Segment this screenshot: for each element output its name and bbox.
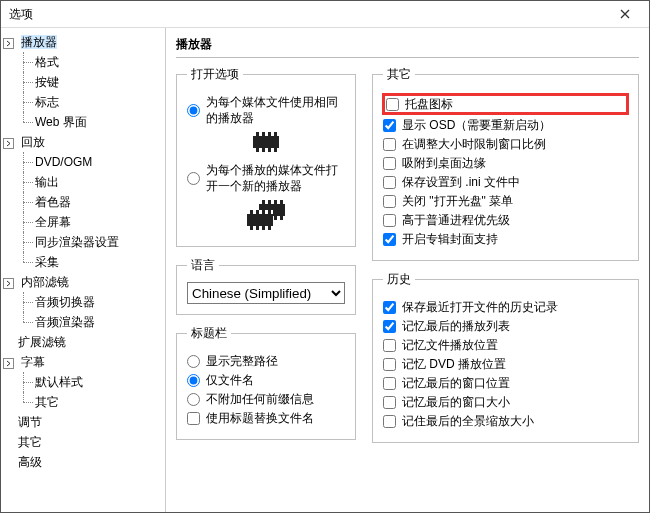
tree-player-label[interactable]: 播放器 xyxy=(21,35,57,49)
hist-panzoom-checkbox[interactable]: 记住最后的全景缩放大小 xyxy=(383,413,628,429)
tree-syncren[interactable]: 同步渲染器设置 xyxy=(35,232,163,252)
titlebar-fullpath[interactable]: 显示完整路径 xyxy=(187,353,345,369)
tree-player[interactable]: 播放器 格式 按键 标志 Web 界面 xyxy=(3,32,163,132)
close-icon xyxy=(620,7,630,21)
language-legend: 语言 xyxy=(187,257,219,274)
collapse-icon[interactable] xyxy=(3,278,14,289)
film-multi-icon xyxy=(247,200,285,230)
titlebar-legend: 标题栏 xyxy=(187,325,231,342)
open-options-legend: 打开选项 xyxy=(187,66,243,83)
tree-output[interactable]: 输出 xyxy=(35,172,163,192)
history-group: 历史 保存最近打开文件的历史记录 记忆最后的播放列表 记忆文件播放位置 记忆 D… xyxy=(372,271,639,443)
tree-playback[interactable]: 回放 DVD/OGM 输出 着色器 全屏幕 同步渲染器设置 采集 xyxy=(3,132,163,272)
collapse-icon[interactable] xyxy=(3,38,14,49)
panel-title: 播放器 xyxy=(176,36,639,58)
tree-ar[interactable]: 音频渲染器 xyxy=(35,312,163,332)
collapse-icon[interactable] xyxy=(3,358,14,369)
hist-winpos-checkbox[interactable]: 记忆最后的窗口位置 xyxy=(383,375,628,391)
tree-defstyle[interactable]: 默认样式 xyxy=(35,372,163,392)
tree-shader[interactable]: 着色器 xyxy=(35,192,163,212)
tree-extfilters-label[interactable]: 扩展滤镜 xyxy=(18,335,66,349)
settings-panel: 播放器 打开选项 为每个媒体文件使用相同的播放器 为每个播放的媒体文件打开一个新… xyxy=(166,28,649,512)
misc-autoplay-checkbox[interactable]: 关闭 "打开光盘" 菜单 xyxy=(383,193,628,209)
tree-buttons[interactable]: 按键 xyxy=(35,72,163,92)
misc-prio-checkbox[interactable]: 高于普通进程优先级 xyxy=(383,212,628,228)
window-title: 选项 xyxy=(9,6,33,23)
tree-extfilters[interactable]: 扩展滤镜 xyxy=(3,332,163,352)
category-tree: 播放器 格式 按键 标志 Web 界面 回放 xyxy=(1,28,166,512)
tree-format[interactable]: 格式 xyxy=(35,52,163,72)
misc-ini-checkbox[interactable]: 保存设置到 .ini 文件中 xyxy=(383,174,628,190)
tree-intfilters[interactable]: 内部滤镜 音频切换器 音频渲染器 xyxy=(3,272,163,332)
tree-logo[interactable]: 标志 xyxy=(35,92,163,112)
hist-recent-checkbox[interactable]: 保存最近打开文件的历史记录 xyxy=(383,299,628,315)
titlebar-titlesub[interactable]: 使用标题替换文件名 xyxy=(187,410,345,426)
open-new-radio[interactable]: 为每个播放的媒体文件打开一个新的播放器 xyxy=(187,162,345,194)
hist-filepos-checkbox[interactable]: 记忆文件播放位置 xyxy=(383,337,628,353)
titlebar-noprefix[interactable]: 不附加任何前缀信息 xyxy=(187,391,345,407)
open-new-radio-input[interactable] xyxy=(187,172,200,185)
tree-capture[interactable]: 采集 xyxy=(35,252,163,272)
misc-tray-checkbox[interactable]: 托盘图标 xyxy=(383,94,628,114)
tree-misc[interactable]: 其它 xyxy=(3,432,163,452)
close-button[interactable] xyxy=(607,4,643,24)
misc-ratio-checkbox[interactable]: 在调整大小时限制窗口比例 xyxy=(383,136,628,152)
hist-winsize-checkbox[interactable]: 记忆最后的窗口大小 xyxy=(383,394,628,410)
tree-tune[interactable]: 调节 xyxy=(3,412,163,432)
options-window: 选项 播放器 格式 按键 xyxy=(0,0,650,513)
tree-playback-label[interactable]: 回放 xyxy=(21,135,45,149)
hist-dvdpos-checkbox[interactable]: 记忆 DVD 播放位置 xyxy=(383,356,628,372)
titlebar: 选项 xyxy=(1,1,649,28)
misc-cover-checkbox[interactable]: 开启专辑封面支持 xyxy=(383,231,628,247)
language-select[interactable]: Chinese (Simplified) xyxy=(187,282,345,304)
tree-fullscreen[interactable]: 全屏幕 xyxy=(35,212,163,232)
hist-playlist-checkbox[interactable]: 记忆最后的播放列表 xyxy=(383,318,628,334)
tree-subother[interactable]: 其它 xyxy=(35,392,163,412)
misc-group: 其它 托盘图标 显示 OSD（需要重新启动） 在调整大小时限制窗口比例 吸附到桌… xyxy=(372,66,639,261)
titlebar-group: 标题栏 显示完整路径 仅文件名 不附加任何前缀信息 使用标题替换文件名 xyxy=(176,325,356,440)
history-legend: 历史 xyxy=(383,271,415,288)
tree-subs-label[interactable]: 字幕 xyxy=(21,355,45,369)
titlebar-fileonly[interactable]: 仅文件名 xyxy=(187,372,345,388)
misc-snap-checkbox[interactable]: 吸附到桌面边缘 xyxy=(383,155,628,171)
tree-intfilters-label[interactable]: 内部滤镜 xyxy=(21,275,69,289)
open-same-radio-input[interactable] xyxy=(187,104,200,117)
open-same-radio[interactable]: 为每个媒体文件使用相同的播放器 xyxy=(187,94,345,126)
tree-asw[interactable]: 音频切换器 xyxy=(35,292,163,312)
misc-legend: 其它 xyxy=(383,66,415,83)
collapse-icon[interactable] xyxy=(3,138,14,149)
tree-dvdogm[interactable]: DVD/OGM xyxy=(35,152,163,172)
open-options-group: 打开选项 为每个媒体文件使用相同的播放器 为每个播放的媒体文件打开一个新的播放器 xyxy=(176,66,356,247)
language-group: 语言 Chinese (Simplified) xyxy=(176,257,356,315)
film-single-icon xyxy=(253,132,279,152)
tree-adv[interactable]: 高级 xyxy=(3,452,163,472)
tree-subs[interactable]: 字幕 默认样式 其它 xyxy=(3,352,163,412)
misc-osd-checkbox[interactable]: 显示 OSD（需要重新启动） xyxy=(383,117,628,133)
tree-web[interactable]: Web 界面 xyxy=(35,112,163,132)
